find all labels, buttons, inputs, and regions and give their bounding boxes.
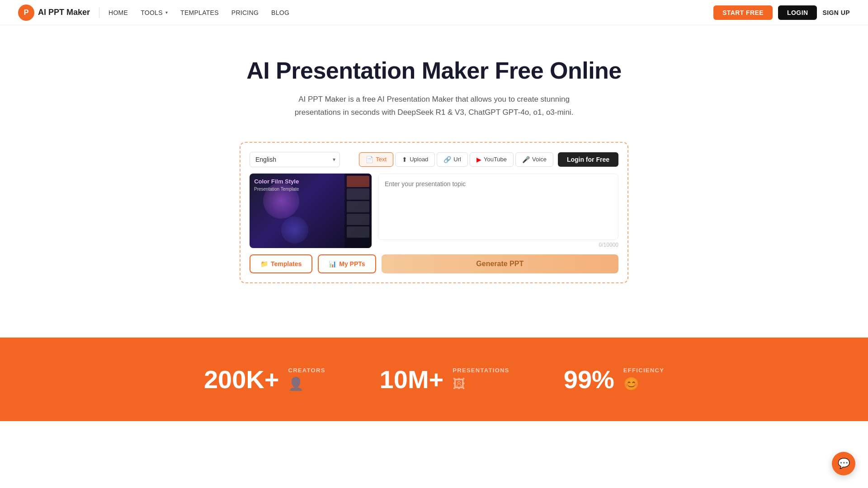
tab-text[interactable]: 📄 Text: [359, 152, 393, 167]
stats-section: 200K+ CREATORS 👤 10M+ PRESENTATIONS 🖼 99…: [0, 338, 868, 421]
hero-section: AI Presentation Maker Free Online AI PPT…: [0, 25, 868, 301]
language-select-wrap: English Spanish French German Chinese Ja…: [250, 152, 340, 167]
slide-grid: Color Film Style Presentation Template: [250, 174, 372, 248]
templates-button[interactable]: 📁 Templates: [250, 254, 312, 273]
logo-icon: P: [18, 5, 34, 21]
language-select[interactable]: English Spanish French German Chinese Ja…: [250, 152, 340, 167]
stat-creators-icon: 👤: [288, 376, 325, 391]
stat-creators: 200K+ CREATORS 👤: [204, 365, 326, 394]
mini-slide-2: [347, 188, 369, 200]
tab-voice[interactable]: 🎤 Voice: [515, 152, 553, 167]
nav-links: HOME TOOLS ▾ TEMPLATES PRICING BLOG: [108, 9, 289, 16]
card-top-row: English Spanish French German Chinese Ja…: [250, 152, 618, 167]
stat-efficiency-number: 99%: [564, 365, 614, 394]
stat-efficiency-detail: EFFICIENCY 😊: [623, 367, 664, 391]
glow-decoration-2: [281, 216, 308, 244]
hero-subtitle: AI PPT Maker is a free AI Presentation M…: [276, 93, 592, 119]
my-ppts-icon: 📊: [329, 260, 336, 267]
template-preview: Color Film Style Presentation Template: [250, 174, 372, 248]
navbar: P AI PPT Maker HOME TOOLS ▾ TEMPLATES PR…: [0, 0, 868, 25]
stat-creators-number: 200K+: [204, 365, 279, 394]
templates-icon: 📁: [260, 260, 268, 267]
tab-upload[interactable]: ⬆ Upload: [395, 152, 435, 167]
char-count: 0/10000: [378, 242, 618, 248]
tab-youtube[interactable]: ▶ YouTube: [470, 152, 514, 167]
slide-thumbnail-sidebar: [344, 174, 372, 248]
nav-pricing[interactable]: PRICING: [231, 9, 259, 16]
mini-slide-3: [347, 201, 369, 212]
youtube-tab-icon: ▶: [476, 156, 481, 163]
mini-slide-5: [347, 226, 369, 238]
topic-input[interactable]: [378, 174, 618, 240]
login-for-free-button[interactable]: Login for Free: [558, 152, 618, 167]
stat-efficiency-label: EFFICIENCY: [623, 367, 664, 374]
voice-tab-icon: 🎤: [522, 156, 530, 163]
hero-title: AI Presentation Maker Free Online: [9, 57, 859, 84]
login-button[interactable]: LOGIN: [778, 5, 817, 20]
slide-main-area: Color Film Style Presentation Template: [250, 174, 344, 248]
mini-slide-1: [347, 176, 369, 187]
stat-efficiency-icon: 😊: [623, 376, 664, 391]
upload-tab-icon: ⬆: [402, 156, 407, 163]
my-ppts-button[interactable]: 📊 My PPTs: [318, 254, 376, 273]
preview-template-subtitle: Presentation Template: [254, 187, 299, 192]
generate-ppt-button[interactable]: Generate PPT: [382, 254, 618, 273]
preview-overlay-text: Color Film Style Presentation Template: [250, 174, 303, 196]
stat-efficiency: 99% EFFICIENCY 😊: [564, 365, 664, 394]
stat-presentations-icon: 🖼: [453, 376, 509, 391]
main-card: English Spanish French German Chinese Ja…: [240, 142, 628, 283]
stat-presentations: 10M+ PRESENTATIONS 🖼: [380, 365, 509, 394]
signup-button[interactable]: SIGN UP: [822, 9, 850, 16]
logo-text: AI PPT Maker: [38, 8, 90, 17]
stat-presentations-detail: PRESENTATIONS 🖼: [453, 367, 509, 391]
nav-blog[interactable]: BLOG: [271, 9, 289, 16]
card-body: Color Film Style Presentation Template: [250, 174, 618, 248]
card-bottom-row: 📁 Templates 📊 My PPTs Generate PPT: [250, 254, 618, 273]
nav-tools[interactable]: TOOLS ▾: [141, 9, 168, 16]
nav-templates[interactable]: TEMPLATES: [180, 9, 219, 16]
tab-url[interactable]: 🔗 Url: [437, 152, 468, 167]
nav-home[interactable]: HOME: [108, 9, 128, 16]
stat-presentations-number: 10M+: [380, 365, 444, 394]
stat-creators-detail: CREATORS 👤: [288, 367, 325, 391]
input-tab-group: 📄 Text ⬆ Upload 🔗 Url ▶ YouTube 🎤 V: [359, 152, 553, 167]
nav-logo[interactable]: P AI PPT Maker: [18, 5, 90, 21]
preview-template-title: Color Film Style: [254, 178, 299, 185]
text-tab-icon: 📄: [366, 156, 373, 163]
url-tab-icon: 🔗: [443, 156, 451, 163]
nav-divider: [99, 7, 99, 18]
nav-actions: START FREE LOGIN SIGN UP: [713, 5, 850, 20]
stat-presentations-label: PRESENTATIONS: [453, 367, 509, 374]
textarea-wrap: 0/10000: [378, 174, 618, 248]
tools-dropdown-icon: ▾: [165, 10, 168, 15]
stat-creators-label: CREATORS: [288, 367, 325, 374]
mini-slide-4: [347, 214, 369, 225]
start-free-button[interactable]: START FREE: [713, 5, 773, 20]
